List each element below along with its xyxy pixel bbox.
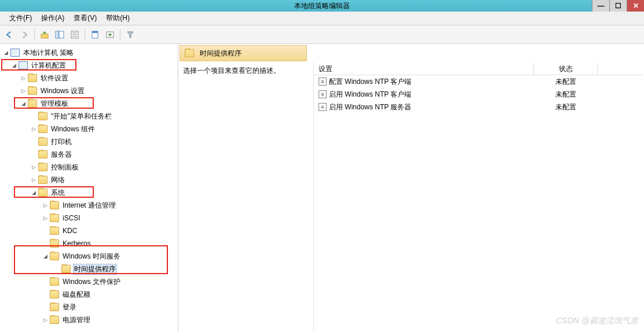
description-pane: 选择一个项目来查看它的描述。 xyxy=(180,62,314,331)
column-setting[interactable]: 设置 xyxy=(314,62,534,75)
column-state[interactable]: 状态 xyxy=(534,62,598,75)
details-header: 时间提供程序 xyxy=(180,45,307,61)
list-row[interactable]: ≡启用 Windows NTP 服务器 未配置 xyxy=(314,101,643,113)
tree-computer-config[interactable]: ◢计算机配置 xyxy=(0,59,178,72)
folder-icon xyxy=(185,49,194,57)
expander-icon[interactable]: ▷ xyxy=(42,316,49,323)
tree-server[interactable]: ▷服务器 xyxy=(0,148,178,161)
tree-logon[interactable]: ▷登录 xyxy=(0,301,178,313)
export-button[interactable] xyxy=(103,28,117,42)
computer-icon xyxy=(19,61,28,69)
tree-windows-components[interactable]: ▷Windows 组件 xyxy=(0,123,178,135)
expander-icon[interactable]: ◢ xyxy=(42,253,49,260)
menu-action[interactable]: 操作(A) xyxy=(36,12,69,25)
folder-icon xyxy=(28,87,37,95)
menubar: 文件(F) 操作(A) 查看(V) 帮助(H) xyxy=(0,12,644,25)
folder-icon xyxy=(50,214,59,222)
tree-kerberos[interactable]: ▷Kerberos xyxy=(0,237,178,250)
setting-icon: ≡ xyxy=(319,78,327,86)
folder-icon xyxy=(50,290,59,298)
tree-software-settings[interactable]: ▷软件设置 xyxy=(0,72,178,84)
content-area: ◢本地计算机 策略 ◢计算机配置 ▷软件设置 ▷Windows 设置 ◢管理模板… xyxy=(0,44,644,332)
tree-admin-templates[interactable]: ◢管理模板 xyxy=(0,97,178,110)
window-controls: — ☐ ✕ xyxy=(592,0,644,12)
folder-icon xyxy=(50,278,59,286)
folder-icon xyxy=(50,201,59,209)
setting-name: 启用 Windows NTP 客户端 xyxy=(329,90,411,99)
details-body: 选择一个项目来查看它的描述。 设置 状态 ≡配置 Windows NTP 客户端… xyxy=(180,62,643,331)
tree-kdc[interactable]: ▷KDC xyxy=(0,224,178,237)
watermark: CSDN @霸道流氓气质 xyxy=(556,316,638,326)
show-hide-tree-button[interactable] xyxy=(53,28,67,42)
properties-button[interactable] xyxy=(68,28,82,42)
setting-icon: ≡ xyxy=(319,90,327,98)
menu-file[interactable]: 文件(F) xyxy=(5,12,36,25)
tree-control-panel[interactable]: ▷控制面板 xyxy=(0,161,178,174)
folder-icon xyxy=(38,176,47,184)
folder-icon xyxy=(50,252,59,260)
minimize-button[interactable]: — xyxy=(592,0,609,12)
titlebar: 本地组策略编辑器 — ☐ ✕ xyxy=(0,0,644,12)
maximize-button[interactable]: ☐ xyxy=(609,0,627,12)
expander-icon[interactable]: ◢ xyxy=(20,100,27,107)
expander-icon[interactable]: ▷ xyxy=(30,164,37,171)
setting-name: 启用 Windows NTP 服务器 xyxy=(329,102,411,112)
svg-rect-0 xyxy=(41,34,48,38)
svg-rect-2 xyxy=(59,31,64,38)
toolbar-separator xyxy=(120,29,120,40)
expander-icon[interactable]: ◢ xyxy=(10,62,17,69)
expander-icon[interactable]: ▷ xyxy=(20,87,27,94)
folder-icon xyxy=(50,227,59,235)
tree-iscsi[interactable]: ▷iSCSI xyxy=(0,212,178,224)
svg-rect-1 xyxy=(56,31,58,38)
tree-windows-time-service[interactable]: ◢Windows 时间服务 xyxy=(0,250,178,263)
back-button[interactable] xyxy=(2,28,16,42)
toolbar-separator xyxy=(34,29,35,40)
computer-icon xyxy=(10,49,20,57)
folder-icon xyxy=(38,125,47,133)
tree-internet-comm[interactable]: ▷Internet 通信管理 xyxy=(0,199,178,212)
details-panel: 时间提供程序 选择一个项目来查看它的描述。 设置 状态 ≡配置 Windows … xyxy=(178,44,644,332)
tree-windows-file-protection[interactable]: ▷Windows 文件保护 xyxy=(0,275,178,288)
expander-icon[interactable]: ▷ xyxy=(42,215,49,222)
expander-icon[interactable]: ◢ xyxy=(2,49,9,56)
forward-button[interactable] xyxy=(17,28,31,42)
description-prompt: 选择一个项目来查看它的描述。 xyxy=(183,67,280,75)
details-title: 时间提供程序 xyxy=(200,49,241,58)
filter-button[interactable] xyxy=(123,28,137,42)
refresh-button[interactable] xyxy=(88,28,102,42)
tree-panel[interactable]: ◢本地计算机 策略 ◢计算机配置 ▷软件设置 ▷Windows 设置 ◢管理模板… xyxy=(0,44,178,332)
menu-help[interactable]: 帮助(H) xyxy=(101,12,134,25)
setting-state: 未配置 xyxy=(534,101,598,113)
settings-list: 设置 状态 ≡配置 Windows NTP 客户端 未配置 ≡启用 Window… xyxy=(314,62,643,331)
tree-time-providers[interactable]: ▷时间提供程序 xyxy=(0,263,178,275)
window-title: 本地组策略编辑器 xyxy=(294,1,350,11)
svg-rect-8 xyxy=(92,31,98,33)
tree-windows-settings[interactable]: ▷Windows 设置 xyxy=(0,84,178,97)
folder-icon xyxy=(50,316,59,324)
tree-startmenu[interactable]: ▷"开始"菜单和任务栏 xyxy=(0,110,178,123)
close-button[interactable]: ✕ xyxy=(627,0,644,12)
expander-icon[interactable]: ▷ xyxy=(30,126,37,132)
folder-icon xyxy=(61,265,71,273)
tree-printers[interactable]: ▷打印机 xyxy=(0,135,178,148)
folder-icon xyxy=(50,239,59,248)
tree-network[interactable]: ▷网络 xyxy=(0,174,178,186)
expander-icon[interactable]: ▷ xyxy=(20,75,27,82)
tree-disk-quotas[interactable]: ▷磁盘配额 xyxy=(0,288,178,301)
setting-state: 未配置 xyxy=(534,76,598,88)
expander-icon[interactable]: ◢ xyxy=(30,189,37,196)
up-button[interactable] xyxy=(38,28,52,42)
menu-view[interactable]: 查看(V) xyxy=(69,12,101,25)
list-row[interactable]: ≡配置 Windows NTP 客户端 未配置 xyxy=(314,75,643,88)
folder-icon xyxy=(38,150,47,158)
toolbar xyxy=(0,25,644,44)
expander-icon[interactable]: ▷ xyxy=(42,202,49,209)
tree-system[interactable]: ◢系统 xyxy=(0,186,178,199)
list-row[interactable]: ≡启用 Windows NTP 客户端 未配置 xyxy=(314,88,643,101)
folder-icon xyxy=(28,74,37,82)
tree-power-management[interactable]: ▷电源管理 xyxy=(0,313,178,326)
folder-icon xyxy=(38,189,47,197)
expander-icon[interactable]: ▷ xyxy=(30,176,37,183)
tree-root[interactable]: ◢本地计算机 策略 xyxy=(0,46,178,59)
